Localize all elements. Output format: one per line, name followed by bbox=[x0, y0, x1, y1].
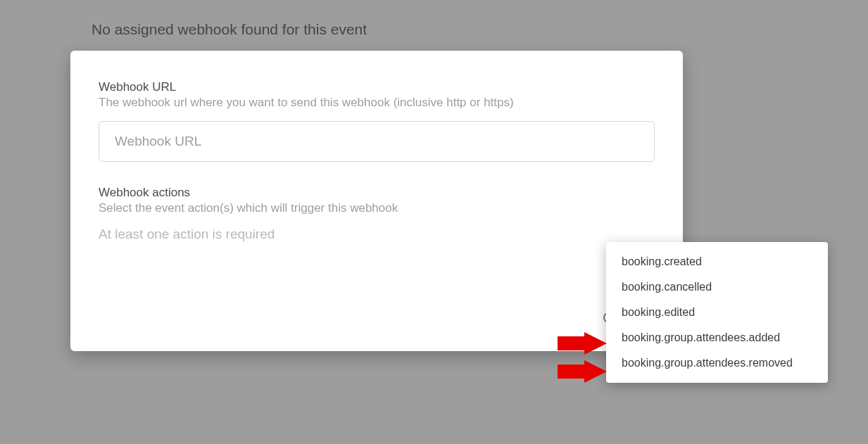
webhook-url-desc: The webhook url where you want to send t… bbox=[99, 96, 655, 110]
dropdown-item-booking-edited[interactable]: booking.edited bbox=[606, 300, 828, 325]
webhook-url-label: Webhook URL bbox=[99, 80, 655, 94]
webhook-actions-label: Webhook actions bbox=[99, 186, 655, 200]
modal-footer: Cancel bbox=[99, 305, 655, 331]
dropdown-item-booking-cancelled[interactable]: booking.cancelled bbox=[606, 274, 828, 300]
dropdown-item-booking-group-attendees-added[interactable]: booking.group.attendees.added bbox=[606, 325, 828, 350]
validation-message: At least one action is required bbox=[99, 227, 655, 242]
webhook-actions-desc: Select the event action(s) which will tr… bbox=[99, 201, 655, 215]
webhook-url-input[interactable] bbox=[99, 121, 655, 162]
actions-dropdown[interactable]: booking.created booking.cancelled bookin… bbox=[606, 242, 828, 383]
dropdown-item-booking-group-attendees-removed[interactable]: booking.group.attendees.removed bbox=[606, 350, 828, 376]
webhook-modal: Webhook URL The webhook url where you wa… bbox=[70, 51, 683, 351]
dropdown-item-booking-created[interactable]: booking.created bbox=[606, 249, 828, 274]
